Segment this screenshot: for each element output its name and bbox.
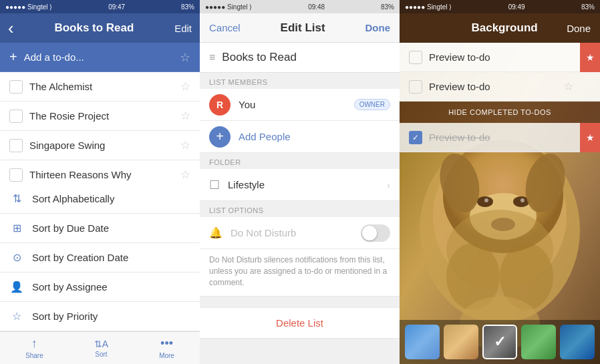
star-icon[interactable]: ☆ <box>180 109 190 123</box>
done-button-p3[interactable]: Done <box>567 23 591 34</box>
battery-p1: 83% <box>181 3 194 11</box>
checkbox-thirteen[interactable] <box>9 168 23 182</box>
svg-point-8 <box>484 198 488 202</box>
preview-todo-2[interactable]: Preview to-do ☆ <box>400 72 600 102</box>
list-name-icon: ≡ <box>209 51 215 63</box>
list-options-section-header: LIST OPTIONS <box>200 201 400 217</box>
star-icon[interactable]: ☆ <box>180 168 190 182</box>
checkbox-rosie[interactable] <box>9 110 23 123</box>
sort-list: ⇅ Sort Alphabetically ⊞ Sort by Due Date… <box>0 184 200 331</box>
header-p2: Cancel Edit List Done <box>200 13 400 43</box>
background-title: Background <box>471 21 537 35</box>
battery-p3: 83% <box>581 3 595 11</box>
add-people-label: Add People <box>239 131 390 142</box>
list-name-field: Books to Read <box>222 51 390 64</box>
do-not-disturb-row[interactable]: 🔔 Do Not Disturb <box>200 217 400 249</box>
back-button-p1[interactable]: ‹ <box>8 18 14 39</box>
preview-todo-text-1: Preview to-do <box>429 51 591 63</box>
table-row[interactable]: Singapore Swing ☆ <box>0 131 200 160</box>
table-row[interactable]: The Rosie Project ☆ <box>0 102 200 131</box>
share-icon: ↑ <box>31 337 37 351</box>
sort-assignee-label: Sort by Assignee <box>32 281 108 293</box>
star-icon[interactable]: ☆ <box>180 79 190 94</box>
todo-text: Thirteen Reasons Why <box>29 169 174 180</box>
avatar: R <box>209 94 231 116</box>
dnd-toggle[interactable] <box>361 224 390 242</box>
bookmark-red-icon: ★ <box>580 43 600 72</box>
share-button[interactable]: ↑ Share <box>25 337 43 359</box>
carrier-p2: ●●●●● Singtel ⟩ <box>205 3 252 11</box>
checkbox-singapore[interactable] <box>9 139 23 152</box>
folder-name: Lifestyle <box>228 179 379 190</box>
star-outline-icon[interactable]: ☆ <box>563 79 573 94</box>
delete-list-button[interactable]: Delete List <box>200 307 400 339</box>
chevron-right-icon: › <box>387 180 390 190</box>
done-button-p2[interactable]: Done <box>365 22 390 33</box>
time-p2: 09:48 <box>308 3 325 11</box>
sort-button[interactable]: ⇅A Sort <box>94 339 108 358</box>
sort-alpha-icon: ⇅ <box>9 192 24 205</box>
checkbox-alchemist[interactable] <box>9 80 23 94</box>
list-members-section-header: LIST MEMBERS <box>200 73 400 89</box>
sort-assignee[interactable]: 👤 Sort by Assignee <box>0 272 200 302</box>
battery-p2: 83% <box>381 3 394 11</box>
folder-icon: ☐ <box>209 178 220 192</box>
sort-label: Sort <box>95 351 107 358</box>
member-row-you: R You OWNER <box>200 89 400 121</box>
sort-assignee-icon: 👤 <box>9 281 24 293</box>
sort-creation-label: Sort by Creation Date <box>32 252 128 263</box>
thumbnail-grass[interactable] <box>521 325 556 359</box>
bottom-bar-p1: ↑ Share ⇅A Sort ••• More <box>0 331 200 364</box>
sort-date-icon: ⊞ <box>9 222 24 234</box>
sort-creation-date[interactable]: ⊙ Sort by Creation Date <box>0 243 200 272</box>
cancel-button[interactable]: Cancel <box>209 22 241 33</box>
thumbnail-check[interactable] <box>482 325 517 359</box>
sort-alphabetically[interactable]: ⇅ Sort Alphabetically <box>0 184 200 214</box>
panel-books-to-read: ●●●●● Singtel ⟩ 09:47 83% ‹ Books to Rea… <box>0 0 200 364</box>
checkbox-preview-1[interactable] <box>409 51 422 64</box>
sort-priority[interactable]: ☆ Sort by Priority <box>0 302 200 331</box>
sort-date-label: Sort by Due Date <box>32 222 109 234</box>
table-row[interactable]: Thirteen Reasons Why ☆ <box>0 160 200 184</box>
share-label: Share <box>25 352 43 359</box>
bookmark-red-completed-icon: ★ <box>580 123 600 152</box>
sort-icon: ⇅A <box>94 339 108 349</box>
panel-edit-list: ●●●●● Singtel ⟩ 09:48 83% Cancel Edit Li… <box>200 0 400 364</box>
add-todo-bar[interactable]: + Add a to-do... ☆ <box>0 43 200 72</box>
list-name-row[interactable]: ≡ Books to Read <box>200 43 400 73</box>
thumbnail-water[interactable] <box>560 325 595 359</box>
header-p3: Background Done <box>400 13 600 43</box>
time-p1: 09:47 <box>108 3 125 11</box>
todo-text: The Alchemist <box>29 81 174 92</box>
preview-todo-text-2: Preview to-do <box>429 81 557 92</box>
table-row[interactable]: The Alchemist ☆ <box>0 72 200 102</box>
checked-checkbox[interactable]: ✓ <box>409 131 422 144</box>
background-thumbnail-strip <box>400 320 600 364</box>
edit-list-title: Edit List <box>281 21 325 35</box>
folder-row[interactable]: ☐ Lifestyle › <box>200 169 400 201</box>
preview-todo-completed[interactable]: ✓ Preview to-do ★ <box>400 123 600 152</box>
thumbnail-cat[interactable] <box>444 325 478 359</box>
completed-todo-text: Preview to-do <box>429 132 591 143</box>
svg-point-9 <box>520 198 524 202</box>
more-button[interactable]: ••• More <box>159 337 174 359</box>
star-icon[interactable]: ☆ <box>180 138 190 152</box>
edit-button-p1[interactable]: Edit <box>174 23 192 34</box>
member-name: You <box>239 99 346 110</box>
checkbox-preview-2[interactable] <box>409 80 422 94</box>
thumbnail-rain[interactable] <box>405 325 440 359</box>
more-label: More <box>159 352 174 359</box>
dnd-label: Do Not Disturb <box>231 227 353 238</box>
carrier-p1: ●●●●● Singtel ⟩ <box>5 3 52 11</box>
dnd-icon: 🔔 <box>209 226 222 239</box>
carrier-p3: ●●●●● Singtel ⟩ <box>405 3 452 11</box>
status-bar-p1: ●●●●● Singtel ⟩ 09:47 83% <box>0 0 200 13</box>
sort-due-date[interactable]: ⊞ Sort by Due Date <box>0 214 200 243</box>
todo-text: The Rosie Project <box>29 110 174 122</box>
add-people-row[interactable]: + Add People <box>200 121 400 153</box>
preview-todo-1[interactable]: Preview to-do ★ <box>400 43 600 72</box>
owner-badge: OWNER <box>354 99 390 110</box>
hide-completed-bar[interactable]: HIDE COMPLETED TO-DOS <box>400 102 600 123</box>
todo-list: The Alchemist ☆ The Rosie Project ☆ Sing… <box>0 72 200 184</box>
add-todo-star-icon[interactable]: ☆ <box>180 50 190 65</box>
